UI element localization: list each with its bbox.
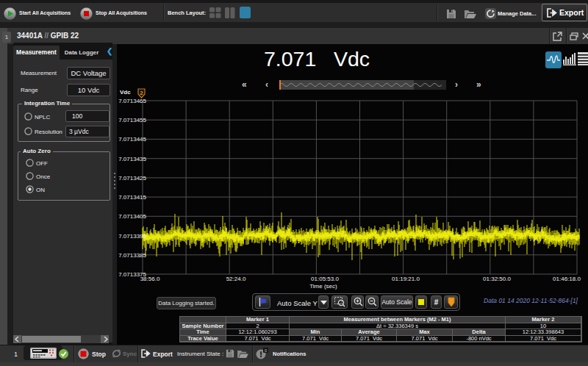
svg-text:0: 0	[265, 348, 267, 353]
svg-text:2: 2	[140, 90, 143, 96]
